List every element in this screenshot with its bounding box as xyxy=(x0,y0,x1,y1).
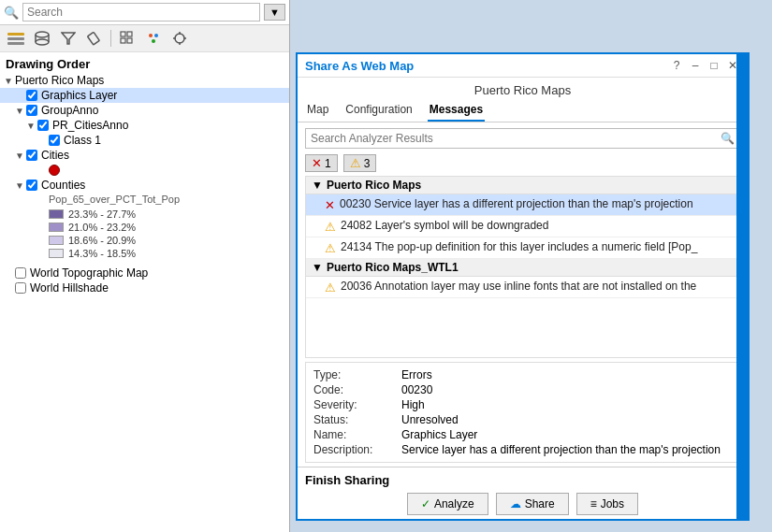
detail-val-severity: High xyxy=(401,398,425,411)
svg-point-14 xyxy=(154,34,158,37)
toc-label: World Topographic Map xyxy=(30,266,148,280)
legend-color-4 xyxy=(49,249,64,258)
svg-rect-2 xyxy=(7,42,24,45)
msg-row-warn-24134[interactable]: ⚠ 24134 The pop-up definition for this l… xyxy=(306,237,739,259)
detail-key-severity: Severity: xyxy=(313,398,398,411)
warning-badge[interactable]: ⚠ 3 xyxy=(343,154,377,172)
toc-label: Graphics Layer xyxy=(41,89,117,102)
detail-key-status: Status: xyxy=(313,413,398,426)
toc-item-groupanno[interactable]: ▼ GroupAnno xyxy=(0,103,289,118)
toc-label: Cities xyxy=(41,149,69,162)
dialog-controls: ? – □ ✕ xyxy=(669,58,740,73)
graphics-layer-checkbox[interactable] xyxy=(26,90,37,101)
pencil-icon[interactable] xyxy=(84,29,105,48)
detail-key-name: Name: xyxy=(313,428,398,441)
svg-point-16 xyxy=(175,34,184,43)
messages-area: ▼ Puerto Rico Maps ✕ 00230 Service layer… xyxy=(305,176,740,358)
legend-color-1 xyxy=(49,209,64,219)
detail-val-type: Errors xyxy=(401,368,432,381)
jobs-icon: ≡ xyxy=(590,497,597,510)
search-button[interactable]: ▼ xyxy=(264,4,285,21)
groupanno-checkbox[interactable] xyxy=(26,105,37,116)
maximize-button[interactable]: □ xyxy=(706,58,721,73)
legend-label-4: 14.3% - 18.5% xyxy=(68,248,136,259)
world-topo-checkbox[interactable] xyxy=(15,267,26,279)
svg-marker-7 xyxy=(62,33,75,44)
analyze-label: Analyze xyxy=(434,497,474,510)
toc-item-pr-citiesanno[interactable]: ▼ PR_CitiesAnno xyxy=(0,118,289,133)
detail-key-description: Description: xyxy=(313,443,398,456)
msg-row-warn-20036[interactable]: ⚠ 20036 Annotation layer may use inline … xyxy=(306,277,739,298)
toc-item-puerto-rico-maps[interactable]: ▼ Puerto Rico Maps xyxy=(0,73,289,88)
group-expand-arrow: ▼ xyxy=(312,261,323,274)
tools-icon[interactable] xyxy=(169,29,190,48)
table-of-contents: ▼ Puerto Rico Maps Graphics Layer ▼ Grou… xyxy=(0,73,289,532)
counties-checkbox[interactable] xyxy=(26,180,37,191)
msg-row-error-00230[interactable]: ✕ 00230 Service layer has a different pr… xyxy=(306,194,739,216)
dialog-subtitle: Puerto Rico Maps xyxy=(298,78,748,99)
group-label: Puerto Rico Maps xyxy=(327,179,421,192)
error-badge[interactable]: ✕ 1 xyxy=(305,154,338,172)
svg-point-15 xyxy=(152,39,155,43)
svg-point-3 xyxy=(36,32,49,37)
toc-item-graphics-layer[interactable]: Graphics Layer xyxy=(0,88,289,103)
warning-count: 3 xyxy=(364,157,371,170)
svg-rect-12 xyxy=(127,38,132,43)
search-icon-left: 🔍 xyxy=(4,6,19,20)
msg-row-warn-24082[interactable]: ⚠ 24082 Layer's symbol will be downgrade… xyxy=(306,216,739,237)
toc-item-cities[interactable]: ▼ Cities xyxy=(0,148,289,163)
finish-sharing-section: Finish Sharing ✓ Analyze ☁ Share ≡ Jobs xyxy=(298,467,748,519)
toc-item-world-hillshade[interactable]: World Hillshade xyxy=(0,280,289,295)
expand-arrow: ▼ xyxy=(15,151,24,161)
tab-configuration[interactable]: Configuration xyxy=(343,99,414,122)
search-input[interactable] xyxy=(22,3,260,22)
detail-key-type: Type: xyxy=(313,368,398,381)
legend-color-2 xyxy=(49,223,64,232)
cities-checkbox[interactable] xyxy=(26,150,37,161)
jobs-label: Jobs xyxy=(601,497,624,510)
cylinder-icon[interactable] xyxy=(32,29,52,48)
tab-map[interactable]: Map xyxy=(305,99,330,122)
detail-row-status: Status: Unresolved xyxy=(313,412,732,427)
class1-checkbox[interactable] xyxy=(49,135,60,146)
detail-row-description: Description: Service layer has a differe… xyxy=(313,442,732,457)
share-web-map-dialog: Share As Web Map ? – □ ✕ Puerto Rico Map… xyxy=(296,52,750,521)
expand-arrow xyxy=(4,268,13,279)
expand-arrow xyxy=(4,283,13,294)
toc-item-world-topo[interactable]: World Topographic Map xyxy=(0,266,289,280)
legend-row-4: 14.3% - 18.5% xyxy=(49,247,289,260)
warning-triangle-icon: ⚠ xyxy=(325,241,336,255)
toc-label: Class 1 xyxy=(64,134,101,147)
share-button[interactable]: ☁ Share xyxy=(496,493,569,515)
tab-messages[interactable]: Messages xyxy=(428,99,485,122)
toc-item-counties[interactable]: ▼ Counties xyxy=(0,178,289,193)
error-count: 1 xyxy=(325,157,331,170)
tabs-row: Map Configuration Messages xyxy=(298,99,748,122)
warning-icon: ⚠ xyxy=(350,156,361,170)
blue-side-strip xyxy=(736,54,748,519)
msg-group-puerto-rico-maps: ▼ Puerto Rico Maps xyxy=(306,177,739,194)
legend-row-2: 21.0% - 23.2% xyxy=(49,221,289,234)
jobs-button[interactable]: ≡ Jobs xyxy=(576,493,638,515)
error-warning-bar: ✕ 1 ⚠ 3 xyxy=(298,154,748,176)
expand-arrow xyxy=(37,136,47,146)
pr-citiesanno-checkbox[interactable] xyxy=(37,120,49,131)
svg-rect-10 xyxy=(127,32,132,36)
help-button[interactable]: ? xyxy=(669,58,684,73)
expand-arrow: ▼ xyxy=(26,121,36,131)
toc-label: PR_CitiesAnno xyxy=(52,119,128,132)
analyze-button[interactable]: ✓ Analyze xyxy=(407,493,488,515)
toc-label: Counties xyxy=(41,179,85,192)
grid-icon[interactable] xyxy=(117,29,138,48)
world-hillshade-checkbox[interactable] xyxy=(15,282,26,294)
analyzer-search-input[interactable] xyxy=(306,129,716,148)
detail-row-severity: Severity: High xyxy=(313,397,732,412)
dialog-titlebar: Share As Web Map ? – □ ✕ xyxy=(298,54,748,78)
filter-icon[interactable] xyxy=(58,29,79,48)
palette-icon[interactable] xyxy=(143,29,164,48)
detail-row-code: Code: 00230 xyxy=(313,382,732,397)
drawing-order-header: Drawing Order xyxy=(0,52,289,73)
minimize-button[interactable]: – xyxy=(688,58,703,73)
layers-icon[interactable] xyxy=(6,29,26,48)
toc-item-class1[interactable]: Class 1 xyxy=(0,133,289,148)
